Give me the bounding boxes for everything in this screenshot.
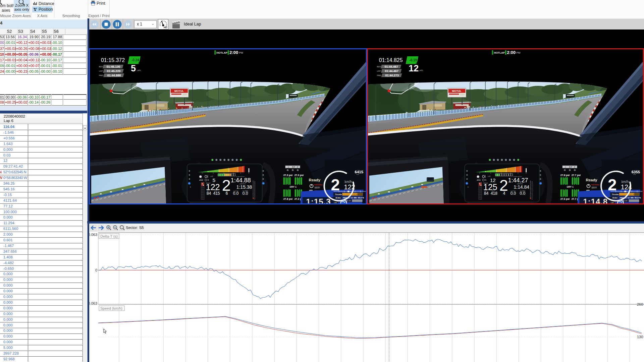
- svg-text:418: 418: [491, 191, 497, 196]
- svg-text:27.8 psi: 27.8 psi: [560, 174, 570, 177]
- svg-text:1:14.8: 1:14.8: [583, 197, 608, 203]
- svg-text:0.0: 0.0: [233, 191, 238, 196]
- svg-text:0.063: 0.063: [89, 233, 97, 237]
- svg-text:2:00: 2:00: [229, 50, 238, 55]
- svg-text:PRED: PRED: [99, 75, 103, 76]
- svg-text:0: 0: [95, 268, 97, 272]
- svg-text:1°: 1°: [297, 166, 298, 168]
- svg-text:415: 415: [213, 191, 220, 196]
- svg-text:DRY 1: DRY 1: [567, 186, 574, 188]
- svg-text:12: 12: [409, 63, 419, 73]
- svg-text:Ready: Ready: [309, 178, 320, 182]
- svg-text:8: 8: [328, 200, 330, 203]
- svg-text:0.0: 0.0: [511, 191, 516, 196]
- svg-text:Delta-T (s): Delta-T (s): [100, 234, 118, 238]
- svg-text:2: 2: [331, 176, 340, 194]
- svg-text:Ready: Ready: [586, 178, 597, 182]
- svg-text:84: 84: [206, 191, 211, 196]
- svg-text:124: 124: [621, 183, 632, 191]
- svg-text:-0.24: -0.24: [131, 58, 139, 62]
- svg-text:BB: 65.8 %: BB: 65.8 %: [631, 197, 641, 199]
- svg-text:FF: FF: [348, 200, 351, 202]
- svg-text:BB: 66.0 %: BB: 66.0 %: [354, 197, 364, 199]
- svg-text:PM: PM: [517, 51, 521, 54]
- svg-text:5: 5: [130, 63, 136, 73]
- svg-text:1:14.84: 1:14.84: [514, 184, 530, 190]
- svg-text:HOTLAP: HOTLAP: [216, 51, 227, 54]
- svg-text:BEST: BEST: [99, 66, 103, 68]
- svg-text:HOTLAP: HOTLAP: [494, 51, 505, 54]
- svg-text:130: 130: [637, 335, 643, 339]
- svg-text:6355: 6355: [632, 170, 640, 174]
- svg-text:01:44.467: 01:44.467: [385, 69, 398, 73]
- svg-text:0.063: 0.063: [89, 301, 97, 305]
- svg-text:1°: 1°: [574, 166, 576, 168]
- svg-text:1:15.3: 1:15.3: [306, 197, 331, 203]
- svg-text:84: 84: [484, 191, 489, 196]
- svg-text:LAPS: LAPS: [137, 70, 140, 71]
- svg-text:27.8 psi: 27.8 psi: [283, 197, 292, 200]
- svg-text:⏱: ⏱: [287, 166, 289, 168]
- svg-text:01:45.130: 01:45.130: [106, 65, 120, 68]
- svg-text:LAST: LAST: [99, 70, 103, 72]
- svg-text:Brake: Brake: [612, 197, 618, 199]
- svg-text:0.5°: 0.5°: [292, 166, 295, 168]
- svg-text:⏱: ⏱: [565, 166, 566, 168]
- svg-text:27.6 psi: 27.6 psi: [560, 197, 570, 200]
- svg-text:01:44.467: 01:44.467: [384, 65, 398, 68]
- svg-text:LAPS: LAPS: [419, 70, 423, 71]
- svg-text:01:45.220: 01:45.220: [107, 69, 120, 73]
- svg-text:4: 4: [503, 191, 505, 196]
- svg-text:27.9 psi: 27.9 psi: [283, 174, 292, 177]
- svg-text:RPM: RPM: [633, 174, 636, 175]
- svg-text:DRY 1: DRY 1: [289, 186, 296, 188]
- svg-text:6415: 6415: [355, 170, 363, 174]
- svg-text:BEST: BEST: [377, 66, 381, 68]
- svg-text:0.0: 0.0: [242, 191, 248, 196]
- svg-text:MOTUL: MOTUL: [452, 89, 461, 93]
- svg-text:Lap: Lap: [611, 201, 614, 203]
- svg-text:01:44.888: 01:44.888: [107, 74, 120, 77]
- svg-text:2:00: 2:00: [507, 50, 516, 55]
- svg-text:Speed (km/h): Speed (km/h): [100, 306, 122, 310]
- svg-text:PM: PM: [239, 51, 243, 54]
- svg-text:0.5°: 0.5°: [569, 166, 573, 168]
- svg-text:01:14.825: 01:14.825: [379, 57, 403, 63]
- svg-text:RPM: RPM: [356, 174, 359, 175]
- svg-text:FF: FF: [625, 200, 628, 202]
- svg-text:10.0 l: 10.0 l: [591, 186, 597, 189]
- svg-text:0.0: 0.0: [520, 191, 526, 196]
- svg-text:01:44.273: 01:44.273: [385, 74, 398, 77]
- svg-text:27.0 psi: 27.0 psi: [294, 174, 303, 177]
- svg-text:122: 122: [344, 183, 355, 191]
- svg-text:6: 6: [225, 191, 228, 196]
- svg-text:Lap: Lap: [334, 201, 337, 203]
- svg-text:PRED: PRED: [377, 75, 381, 76]
- svg-text:HD: HD: [164, 26, 167, 28]
- svg-text:-0.19: -0.19: [409, 58, 417, 62]
- svg-text:2: 2: [608, 176, 617, 194]
- svg-text:27.7 psi: 27.7 psi: [572, 174, 581, 177]
- svg-text:01:15.372: 01:15.372: [101, 57, 124, 63]
- svg-text:LAST: LAST: [377, 70, 381, 72]
- svg-text:Brake: Brake: [335, 197, 340, 199]
- svg-text:MOTUL: MOTUL: [174, 89, 183, 93]
- svg-text:10.0 l: 10.0 l: [314, 186, 320, 189]
- svg-text:1:15.38: 1:15.38: [236, 184, 252, 190]
- svg-text:260: 260: [637, 302, 643, 306]
